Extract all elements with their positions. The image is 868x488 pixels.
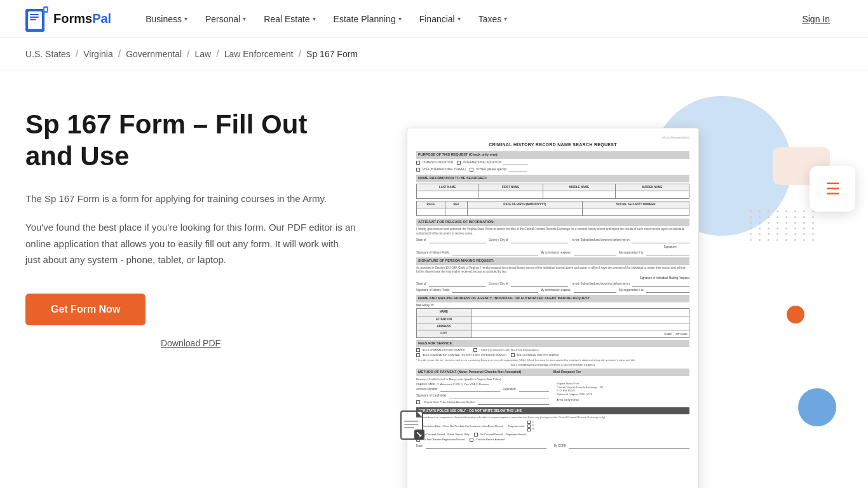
breadcrumb-separator: /	[216, 48, 219, 60]
breadcrumb-law-enforcement[interactable]: Law Enforcement	[224, 49, 294, 59]
file-svg-icon	[400, 410, 427, 442]
svg-rect-8	[404, 421, 418, 422]
floating-document-card: ☰	[810, 166, 855, 212]
content-right: ☰ SP-151/Revised (04/02) CRIMINAL HISTOR…	[394, 109, 843, 477]
svg-rect-2	[30, 14, 39, 15]
breadcrumb-separator: /	[299, 48, 301, 60]
description-2: You've found the best place if you're lo…	[25, 219, 356, 268]
decoration-red-circle	[787, 306, 804, 323]
sign-in-link[interactable]: Sign In	[789, 9, 843, 29]
chevron-down-icon: ▾	[184, 15, 187, 22]
nav-real-estate[interactable]: Real Estate ▾	[255, 9, 324, 29]
chevron-down-icon: ▾	[458, 15, 461, 22]
breadcrumb-us-states[interactable]: U.S. States	[25, 49, 71, 59]
download-pdf-link[interactable]: Download PDF	[25, 338, 356, 348]
nav-taxes[interactable]: Taxes ▾	[470, 9, 517, 29]
logo[interactable]: FormsPal	[25, 6, 111, 32]
logo-icon	[25, 6, 48, 32]
nav-estate-planning[interactable]: Estate Planning ▾	[325, 9, 410, 29]
nav-financial[interactable]: Financial ▾	[410, 9, 470, 29]
breadcrumb-governmental[interactable]: Governmental	[126, 49, 182, 59]
breadcrumb: U.S. States / Virginia / Governmental / …	[0, 38, 868, 71]
breadcrumb-separator: /	[118, 48, 121, 60]
decoration-blue-circle	[798, 388, 836, 426]
document-icon: ☰	[825, 179, 840, 199]
breadcrumb-law[interactable]: Law	[195, 49, 212, 59]
breadcrumb-current: Sp 167 Form	[306, 49, 358, 59]
description-1: The Sp 167 Form is a form for applying f…	[25, 191, 356, 207]
chevron-down-icon: ▾	[504, 15, 507, 22]
breadcrumb-virginia[interactable]: Virginia	[83, 49, 112, 59]
main-content: Sp 167 Form – Fill Out and Use The Sp 16…	[0, 71, 868, 488]
svg-rect-10	[404, 427, 414, 428]
svg-rect-9	[404, 424, 418, 425]
nav-personal[interactable]: Personal ▾	[196, 9, 255, 29]
nav-business[interactable]: Business ▾	[137, 9, 196, 29]
breadcrumb-separator: /	[76, 48, 78, 60]
get-form-button[interactable]: Get Form Now	[25, 294, 146, 325]
header: FormsPal Business ▾ Personal ▾ Real Esta…	[0, 0, 868, 38]
main-nav: Business ▾ Personal ▾ Real Estate ▾ Esta…	[137, 9, 789, 29]
form-preview-title: CRIMINAL HISTORY RECORD NAME SEARCH REQU…	[416, 142, 689, 148]
svg-rect-4	[30, 19, 36, 20]
decoration-dots	[750, 210, 817, 241]
chevron-down-icon: ▾	[243, 15, 246, 22]
chevron-down-icon: ▾	[313, 15, 316, 22]
content-left: Sp 167 Form – Fill Out and Use The Sp 16…	[25, 109, 356, 477]
svg-rect-3	[30, 17, 39, 18]
chevron-down-icon: ▾	[398, 15, 402, 22]
form-preview: SP-151/Revised (04/02) CRIMINAL HISTORY …	[407, 128, 699, 488]
file-icon	[400, 410, 427, 442]
svg-rect-6	[44, 8, 47, 11]
breadcrumb-separator: /	[187, 48, 189, 60]
page-title: Sp 167 Form – Fill Out and Use	[25, 109, 356, 173]
logo-text: FormsPal	[53, 11, 111, 26]
